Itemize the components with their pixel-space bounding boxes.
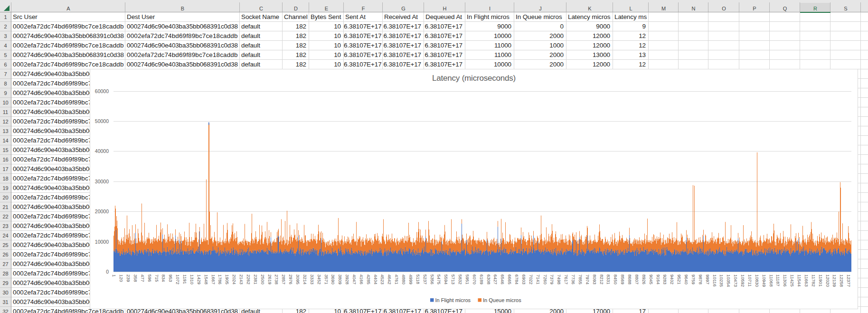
svg-text:3928: 3928	[345, 275, 350, 285]
svg-text:7617: 7617	[564, 275, 569, 285]
svg-text:11306: 11306	[783, 275, 788, 287]
svg-text:6189: 6189	[479, 275, 484, 285]
svg-text:8212: 8212	[599, 275, 604, 285]
svg-text:1429: 1429	[197, 275, 202, 285]
svg-text:2738: 2738	[274, 275, 279, 285]
svg-text:2381: 2381	[253, 275, 258, 285]
svg-text:11068: 11068	[769, 275, 774, 287]
svg-text:3690: 3690	[330, 275, 336, 285]
svg-text:12258: 12258	[839, 275, 844, 287]
svg-text:477: 477	[140, 275, 145, 282]
svg-text:9997: 9997	[705, 275, 710, 285]
svg-text:2976: 2976	[288, 275, 293, 285]
svg-text:7736: 7736	[571, 275, 576, 285]
svg-text:1905: 1905	[225, 275, 230, 285]
svg-text:4285: 4285	[366, 275, 371, 285]
svg-text:In Flight micros: In Flight micros	[435, 297, 471, 303]
svg-text:In Queue micros: In Queue micros	[483, 297, 521, 303]
svg-text:8331: 8331	[606, 275, 611, 285]
svg-text:2500: 2500	[260, 275, 265, 285]
svg-text:7379: 7379	[549, 275, 555, 285]
svg-text:3333: 3333	[310, 275, 315, 285]
svg-text:3809: 3809	[338, 275, 343, 285]
svg-text:3214: 3214	[302, 275, 308, 285]
svg-text:7855: 7855	[578, 275, 583, 285]
svg-text:4642: 4642	[387, 275, 392, 285]
svg-text:6070: 6070	[472, 275, 477, 285]
svg-text:834: 834	[161, 275, 166, 282]
svg-text:11187: 11187	[775, 275, 781, 286]
svg-text:9164: 9164	[656, 275, 661, 285]
svg-text:5118: 5118	[415, 275, 421, 284]
svg-text:1191: 1191	[182, 275, 188, 284]
svg-text:10949: 10949	[762, 275, 767, 287]
svg-text:2857: 2857	[281, 275, 286, 285]
svg-text:9045: 9045	[649, 275, 654, 285]
svg-text:10116: 10116	[712, 275, 717, 287]
svg-text:11425: 11425	[790, 275, 795, 287]
svg-text:9521: 9521	[677, 275, 682, 285]
svg-text:10000: 10000	[95, 239, 109, 245]
svg-text:5356: 5356	[430, 275, 435, 285]
svg-text:7141: 7141	[536, 275, 541, 285]
svg-text:4523: 4523	[380, 275, 385, 285]
svg-text:2143: 2143	[239, 275, 244, 285]
svg-text:7498: 7498	[557, 275, 562, 285]
svg-text:5951: 5951	[465, 275, 470, 285]
svg-text:4404: 4404	[373, 275, 378, 285]
svg-text:5594: 5594	[443, 275, 449, 285]
svg-text:4880: 4880	[401, 275, 406, 285]
svg-text:2262: 2262	[246, 275, 251, 285]
svg-text:953: 953	[168, 275, 173, 282]
svg-text:7260: 7260	[543, 275, 548, 285]
svg-text:8926: 8926	[642, 275, 647, 285]
svg-text:6308: 6308	[486, 275, 491, 285]
svg-text:4047: 4047	[352, 275, 357, 285]
svg-text:9640: 9640	[684, 275, 689, 285]
svg-text:4166: 4166	[359, 275, 364, 285]
svg-text:5713: 5713	[451, 275, 456, 285]
svg-text:10592: 10592	[740, 275, 745, 287]
svg-text:3452: 3452	[317, 275, 322, 285]
svg-text:8093: 8093	[592, 275, 597, 285]
svg-text:4999: 4999	[408, 275, 414, 285]
svg-text:1667: 1667	[211, 275, 216, 285]
svg-text:6546: 6546	[500, 275, 505, 285]
svg-text:358: 358	[133, 275, 138, 282]
svg-text:9402: 9402	[670, 275, 675, 285]
svg-text:40000: 40000	[95, 148, 109, 154]
svg-text:10711: 10711	[747, 275, 753, 287]
svg-text:1548: 1548	[204, 275, 209, 285]
svg-text:10354: 10354	[726, 275, 731, 287]
svg-text:9878: 9878	[698, 275, 703, 285]
svg-text:3095: 3095	[295, 275, 301, 285]
svg-text:6665: 6665	[507, 275, 512, 285]
svg-text:30000: 30000	[95, 179, 109, 184]
svg-text:1310: 1310	[189, 275, 195, 285]
svg-text:11663: 11663	[804, 275, 809, 287]
svg-text:120: 120	[119, 275, 124, 282]
svg-text:10473: 10473	[733, 275, 738, 287]
svg-text:9759: 9759	[691, 275, 696, 285]
svg-text:11782: 11782	[811, 275, 816, 287]
svg-text:9283: 9283	[662, 275, 668, 285]
svg-text:12020: 12020	[825, 275, 830, 287]
svg-text:8807: 8807	[634, 275, 640, 285]
svg-text:1: 1	[112, 275, 117, 277]
svg-text:0: 0	[106, 269, 109, 275]
svg-text:11544: 11544	[797, 275, 802, 287]
svg-text:5237: 5237	[423, 275, 428, 285]
svg-text:8569: 8569	[620, 275, 625, 285]
svg-text:4761: 4761	[394, 275, 399, 285]
svg-text:6903: 6903	[521, 275, 527, 285]
svg-text:12139: 12139	[832, 275, 837, 287]
svg-text:20000: 20000	[95, 209, 109, 214]
svg-text:8450: 8450	[613, 275, 618, 285]
svg-text:5832: 5832	[458, 275, 463, 285]
svg-text:6784: 6784	[514, 275, 519, 285]
svg-text:3571: 3571	[324, 275, 329, 285]
svg-text:7974: 7974	[585, 275, 590, 285]
svg-text:5475: 5475	[436, 275, 442, 285]
svg-text:Latency (microseconds): Latency (microseconds)	[432, 74, 516, 83]
svg-text:10830: 10830	[755, 275, 760, 287]
